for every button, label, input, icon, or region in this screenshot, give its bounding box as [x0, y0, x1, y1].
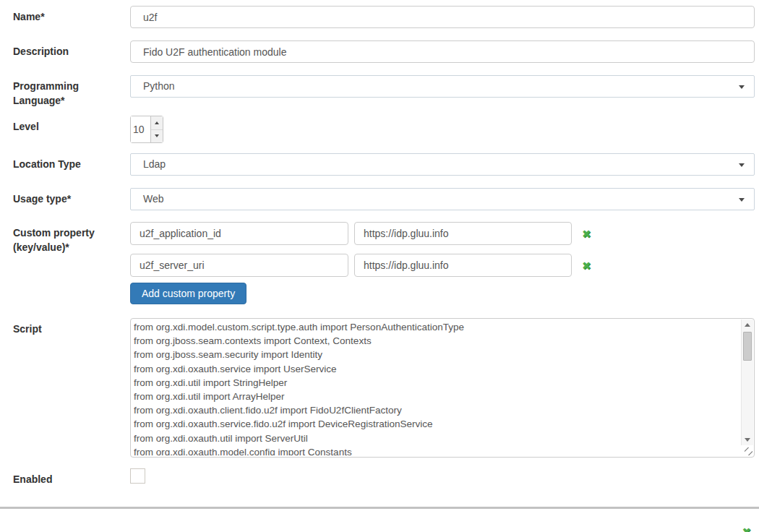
scrollbar-down-arrow-icon[interactable] [745, 438, 750, 442]
description-label: Description [13, 44, 121, 59]
programming-language-row: Programming Language* Python [13, 75, 755, 98]
stepper-up-button[interactable] [151, 116, 163, 129]
custom-script-form: Name* Description Programming Language* … [0, 0, 759, 509]
chevron-down-icon [739, 163, 745, 167]
level-label: Level [13, 119, 121, 134]
script-textarea-content[interactable]: from org.xdi.model.custom.script.type.au… [134, 320, 739, 455]
name-input[interactable] [130, 6, 755, 28]
enabled-label: Enabled [13, 472, 121, 486]
custom-property-label: Custom property (key/value)* [13, 226, 121, 254]
level-value[interactable]: 10 [131, 116, 150, 142]
programming-language-value: Python [143, 80, 175, 92]
location-type-label: Location Type [13, 157, 121, 171]
usage-type-row: Usage type* Web [13, 188, 755, 210]
custom-property-value-input[interactable] [354, 254, 572, 277]
enabled-checkbox[interactable] [130, 468, 145, 484]
partial-green-x-icon: ✖ [742, 525, 751, 532]
usage-type-select[interactable]: Web [130, 188, 755, 210]
level-stepper-buttons [150, 116, 163, 142]
level-stepper[interactable]: 10 [130, 116, 163, 143]
footer-divider [0, 507, 759, 509]
stepper-down-button[interactable] [151, 129, 163, 143]
chevron-down-icon [739, 85, 745, 89]
location-type-value: Ldap [143, 158, 166, 170]
custom-property-row: ✖ [130, 254, 750, 277]
usage-type-value: Web [143, 193, 164, 205]
programming-language-select[interactable]: Python [130, 75, 755, 98]
resize-grip-icon[interactable] [745, 447, 752, 455]
level-row: Level 10 [13, 116, 755, 143]
triangle-down-icon [155, 134, 159, 137]
chevron-down-icon [739, 198, 745, 202]
custom-property-section: Custom property (key/value)* ✖ ✖ Add cus… [13, 222, 755, 304]
scrollbar-up-arrow-icon[interactable] [745, 323, 750, 327]
name-row: Name* [13, 6, 755, 28]
custom-property-key-input[interactable] [130, 254, 348, 277]
scrollbar-thumb[interactable] [743, 332, 752, 361]
usage-type-label: Usage type* [13, 192, 121, 206]
name-label: Name* [13, 9, 121, 24]
programming-language-label: Programming Language* [13, 79, 121, 108]
custom-property-value-input[interactable] [354, 222, 572, 245]
delete-property-icon[interactable]: ✖ [582, 260, 591, 271]
location-type-row: Location Type Ldap [13, 153, 755, 176]
triangle-up-icon [155, 121, 159, 124]
add-custom-property-button[interactable]: Add custom property [130, 283, 246, 304]
script-textarea[interactable]: from org.xdi.model.custom.script.type.au… [130, 318, 755, 458]
description-row: Description [13, 40, 755, 63]
enabled-row: Enabled [13, 468, 755, 484]
description-input[interactable] [130, 40, 755, 63]
delete-property-icon[interactable]: ✖ [582, 228, 591, 239]
custom-property-key-input[interactable] [130, 222, 348, 245]
script-label: Script [13, 322, 121, 336]
custom-property-row: ✖ [130, 222, 750, 245]
script-row: Script from org.xdi.model.custom.script.… [13, 318, 755, 458]
location-type-select[interactable]: Ldap [130, 153, 755, 176]
script-scrollbar[interactable] [741, 319, 753, 445]
